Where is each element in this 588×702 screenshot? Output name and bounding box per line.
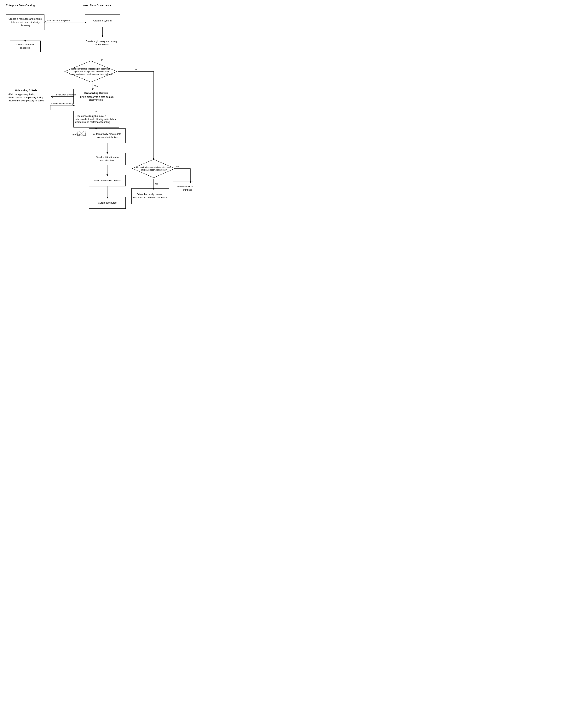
onboarding-criteria-right-content: - Link a glossary to a data domain disco… — [75, 96, 117, 102]
svg-marker-42 — [73, 105, 75, 106]
section-label-left: Enterprise Data Catalog — [6, 4, 34, 7]
svg-line-7 — [81, 135, 81, 136]
create-axon-resource-box: Create an Axon resource — [10, 40, 40, 52]
svg-text:Yes: Yes — [94, 85, 98, 87]
onboarding-criteria-left-title: Onboarding Criteria — [8, 89, 44, 92]
view-discovered-box: View discovered objects — [89, 175, 126, 187]
send-notifications-box: Send notifications to stakeholders — [89, 153, 126, 165]
onboarding-criteria-left-content: - Field to a glossary linking- Data doma… — [8, 93, 44, 102]
diagram-container: Enterprise Data Catalog Axon Data Govern… — [0, 0, 193, 232]
svg-text:Yes: Yes — [155, 183, 158, 185]
svg-line-16 — [85, 135, 86, 136]
link-resource-label: Link resource to system — [47, 19, 70, 22]
svg-line-8 — [81, 132, 81, 132]
svg-text:No: No — [135, 69, 138, 71]
create-resource-box: Create a resource and enable data domain… — [6, 14, 44, 30]
onboarding-criteria-right-box: Onboarding Criteria - Link a glossary to… — [74, 89, 119, 104]
onboarding-criteria-right-title: Onboarding Criteria — [75, 92, 117, 95]
diamond1-text: Enable automatic onboarding of discovere… — [68, 68, 114, 76]
informatica-icon — [76, 128, 90, 139]
automated-onboarding-label: Automated Onboarding — [51, 102, 73, 105]
view-recommended-box: View the recommended attribute links — [173, 182, 193, 195]
svg-text:No: No — [176, 165, 179, 168]
diamond2-wrap: Automatically create attribute links bas… — [131, 158, 176, 179]
svg-line-9 — [77, 135, 78, 136]
view-newly-created-box: View the newly created relationship betw… — [131, 188, 169, 204]
onboarding-criteria-left-box: Onboarding Criteria - Field to a glossar… — [2, 83, 50, 108]
create-glossary-box: Create a glossary and assign stakeholder… — [83, 36, 121, 50]
create-system-box: Create a system — [85, 14, 120, 27]
auto-job-box: - The onboarding job runs at a scheduled… — [74, 111, 119, 127]
svg-line-6 — [77, 132, 78, 132]
diamond2-text: Automatically create attribute links bas… — [135, 166, 173, 171]
curate-attributes-box: Curate attributes — [89, 197, 126, 209]
diamond1-wrap: Enable automatic onboarding of discovere… — [64, 60, 118, 83]
section-label-right: Axon Data Governance — [83, 4, 111, 7]
auto-create-box: Automatically create data sets and attri… — [89, 128, 126, 143]
svg-line-15 — [82, 132, 82, 132]
svg-line-17 — [85, 132, 86, 132]
svg-line-18 — [82, 135, 82, 136]
divider-line — [59, 10, 59, 228]
